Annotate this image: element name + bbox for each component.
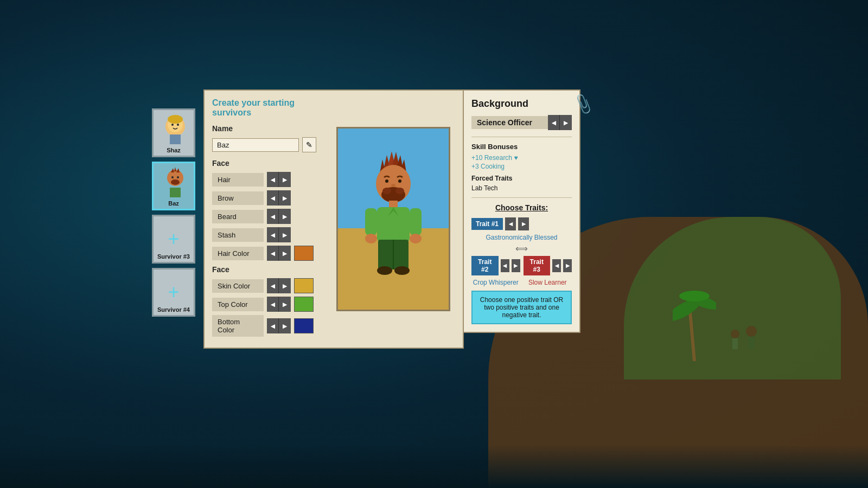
name-input-row: ✎ <box>212 137 316 152</box>
skin-color-row: Skin Color ◀ ▶ <box>212 278 316 293</box>
survivor-list: Shaz Baz + Survivor #3 + Survivor #4 <box>152 108 195 317</box>
trait2-next[interactable]: ▶ <box>512 259 520 272</box>
survivor-card-baz[interactable]: Baz <box>152 162 195 210</box>
trait2-prev[interactable]: ◀ <box>501 259 509 272</box>
svg-rect-3 <box>749 337 754 349</box>
bottom-color-prev-button[interactable]: ◀ <box>267 318 279 333</box>
edit-name-button[interactable]: ✎ <box>302 137 316 152</box>
top-color-row: Top Color ◀ ▶ <box>212 297 316 312</box>
survivor-card-4[interactable]: + Survivor #4 <box>152 268 195 317</box>
bottom-color-next-button[interactable]: ▶ <box>279 318 291 333</box>
name-input[interactable] <box>212 138 299 152</box>
beard-prev-button[interactable]: ◀ <box>267 209 279 224</box>
trait1-row: Trait #1 ◀ ▶ <box>471 217 572 230</box>
svg-point-11 <box>171 124 174 126</box>
svg-point-19 <box>177 176 179 178</box>
svg-rect-13 <box>170 134 181 144</box>
svg-rect-39 <box>410 208 422 235</box>
palm-tree <box>673 280 716 363</box>
choose-traits-title: Choose Traits: <box>471 203 572 212</box>
form-column: Create your starting survivors Name ✎ Fa… <box>205 91 324 348</box>
character-svg <box>344 132 442 306</box>
stash-arrows: ◀ ▶ <box>267 227 291 242</box>
background-prev-button[interactable]: ◀ <box>548 115 560 130</box>
preview-column <box>324 91 463 348</box>
hair-next-button[interactable]: ▶ <box>279 172 291 187</box>
trait3-next[interactable]: ▶ <box>563 259 572 272</box>
svg-point-30 <box>398 179 401 183</box>
trait1-next[interactable]: ▶ <box>518 217 529 230</box>
trait3-button[interactable]: Trait #3 <box>524 256 551 275</box>
hair-arrows: ◀ ▶ <box>267 172 291 187</box>
background-panel: 📎 Background Science Officer ◀ ▶ Skill B… <box>464 89 580 333</box>
traits-subsection: Choose Traits: Trait #1 ◀ ▶ Gastronomica… <box>471 203 572 324</box>
survivor-avatar-baz <box>159 166 192 198</box>
link-icon: ⟺ <box>471 243 572 254</box>
trait2-row: Trait #2 ◀ ▶ <box>471 256 520 275</box>
svg-marker-16 <box>174 167 176 171</box>
skill-bonus-cooking: +3 Cooking <box>471 163 572 170</box>
beard-row: Beard ◀ ▶ <box>212 209 316 224</box>
brow-arrows: ◀ ▶ <box>267 190 291 206</box>
skin-color-label: Skin Color <box>212 279 264 293</box>
svg-rect-35 <box>389 201 398 207</box>
hair-row: Hair ◀ ▶ <box>212 172 316 187</box>
panel-title: Create your starting survivors <box>212 98 316 118</box>
top-color-next-button[interactable]: ▶ <box>279 297 291 312</box>
beard-arrows: ◀ ▶ <box>267 209 291 224</box>
hair-color-row: Hair Color ◀ ▶ <box>212 246 316 261</box>
survivor-name-3: Survivor #3 <box>157 253 190 260</box>
forced-traits-title: Forced Traits <box>471 175 572 182</box>
bottom-color-row: Bottom Color ◀ ▶ <box>212 315 316 337</box>
ocean-wave <box>0 445 868 488</box>
background-selected: Science Officer <box>471 116 548 129</box>
skin-color-prev-button[interactable]: ◀ <box>267 278 279 293</box>
brow-prev-button[interactable]: ◀ <box>267 190 279 206</box>
background-title: Background <box>471 98 572 110</box>
brow-label: Brow <box>212 191 264 205</box>
hair-color-next-button[interactable]: ▶ <box>279 246 291 261</box>
stash-next-button[interactable]: ▶ <box>279 227 291 242</box>
skill-bonus-research: +10 Research ♥ <box>471 154 572 162</box>
skin-color-swatch <box>294 278 314 293</box>
survivor-name-baz: Baz <box>168 200 179 207</box>
svg-point-34 <box>395 188 404 194</box>
hair-prev-button[interactable]: ◀ <box>267 172 279 187</box>
svg-point-41 <box>410 234 422 243</box>
hair-color-arrows: ◀ ▶ <box>267 246 291 261</box>
svg-point-29 <box>385 179 388 183</box>
trait1-button[interactable]: Trait #1 <box>471 218 503 230</box>
trait1-prev[interactable]: ◀ <box>505 217 516 230</box>
svg-rect-1 <box>732 338 738 349</box>
face-section-1-label: Face <box>212 159 316 168</box>
top-color-arrows: ◀ ▶ <box>267 297 291 312</box>
trait3-prev[interactable]: ◀ <box>552 259 561 272</box>
svg-point-2 <box>746 326 757 337</box>
stash-row: Stash ◀ ▶ <box>212 227 316 242</box>
svg-point-40 <box>365 234 377 243</box>
survivor-card-shaz[interactable]: Shaz <box>152 108 195 157</box>
trait3-group: Trait #3 ◀ ▶ Slow Learner <box>524 256 572 286</box>
survivor-name-shaz: Shaz <box>167 147 181 153</box>
divider-1 <box>471 137 572 137</box>
stash-prev-button[interactable]: ◀ <box>267 227 279 242</box>
beard-label: Beard <box>212 210 264 223</box>
svg-point-0 <box>731 330 739 338</box>
svg-point-12 <box>177 124 179 126</box>
survivor-card-3[interactable]: + Survivor #3 <box>152 215 195 264</box>
skin-color-arrows: ◀ ▶ <box>267 278 291 293</box>
top-color-prev-button[interactable]: ◀ <box>267 297 279 312</box>
skin-color-next-button[interactable]: ▶ <box>279 278 291 293</box>
svg-point-44 <box>377 266 392 275</box>
beard-next-button[interactable]: ▶ <box>279 209 291 224</box>
stash-label: Stash <box>212 228 264 242</box>
forced-trait-labtech: Lab Tech <box>471 184 572 192</box>
main-dialog: Create your starting survivors Name ✎ Fa… <box>203 89 580 349</box>
traits-info-box: Choose one positive trait OR two positiv… <box>471 291 572 324</box>
trait2-button[interactable]: Trait #2 <box>471 256 499 275</box>
svg-point-7 <box>679 291 710 301</box>
brow-next-button[interactable]: ▶ <box>279 190 291 206</box>
top-color-swatch <box>294 297 314 312</box>
hair-color-prev-button[interactable]: ◀ <box>267 246 279 261</box>
trait23-row: Trait #2 ◀ ▶ Crop Whisperer Trait #3 ◀ ▶… <box>471 256 572 286</box>
